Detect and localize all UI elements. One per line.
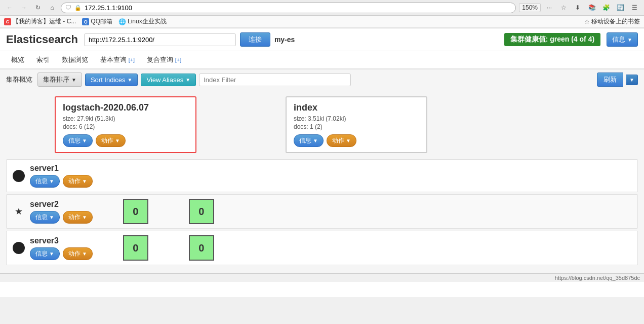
back-button[interactable]: ←: [4, 2, 15, 13]
sync-button[interactable]: 🔄: [615, 2, 626, 13]
main-content: logstach-2020.06.07 size: 27.9ki (51.3ki…: [0, 90, 644, 273]
tab-basic-query[interactable]: 基本查询 [+]: [95, 53, 140, 66]
extensions-button[interactable]: 🧩: [600, 2, 612, 13]
index-action-chevron-icon: ▼: [115, 138, 120, 143]
bookmark-linux[interactable]: 🌐 Linux企业实战: [118, 17, 167, 26]
bookmark-qq[interactable]: Q QQ邮箱: [82, 17, 112, 26]
server2-name: server2: [30, 200, 93, 209]
server3-info-button[interactable]: 信息 ▼: [30, 247, 60, 260]
tab-overview[interactable]: 概览: [6, 53, 29, 66]
view-aliases-label: View Aliases: [146, 76, 183, 84]
server2-action-button[interactable]: 动作 ▼: [63, 211, 93, 224]
bookmark-icon-blog: C: [4, 18, 11, 25]
server3-shard-2: 0: [189, 235, 214, 261]
server3-action-chevron-icon: ▼: [82, 251, 87, 257]
sort-indices-button[interactable]: Sort Indices ▼: [85, 74, 138, 86]
sort-cluster-label: 集群排序: [43, 75, 69, 84]
connect-button[interactable]: 连接: [240, 32, 270, 47]
app-header: Elasticsearch 连接 my-es 集群健康值: green (4 o…: [0, 28, 644, 51]
bookmark-icon-mobile: ☆: [584, 18, 590, 25]
tab-compound-query[interactable]: 复合查询 [+]: [142, 53, 186, 66]
index-info-button-index[interactable]: 信息 ▼: [294, 134, 324, 147]
more-button[interactable]: ···: [544, 2, 555, 13]
index-card-actions-logstach: 信息 ▼ 动作 ▼: [63, 134, 188, 147]
server3-shard-1: 0: [123, 235, 148, 261]
index-card-title-index: index: [294, 102, 419, 113]
info-label: 信息: [612, 35, 625, 44]
server1-action-button[interactable]: 动作 ▼: [63, 175, 93, 188]
status-bar: https://blog.csdn.net/qq_35d875dc: [0, 273, 644, 282]
server2-info-chevron-icon: ▼: [49, 214, 54, 220]
bookmark-label-mobile: 移动设备上的书签: [591, 17, 640, 26]
sort-indices-label: Sort Indices: [91, 76, 126, 84]
tab-index[interactable]: 索引: [31, 53, 55, 66]
bookmark-mobile[interactable]: ☆ 移动设备上的书签: [584, 17, 640, 26]
server-row-server1: server1 信息 ▼ 动作 ▼: [6, 159, 638, 192]
bookmark-button[interactable]: ☆: [558, 2, 569, 13]
index-card-size-index: size: 3.51ki (7.02ki): [294, 115, 419, 122]
server3-info-label: 信息: [35, 249, 48, 258]
refresh-button[interactable]: 刷新: [597, 73, 623, 87]
server3-action-label: 动作: [68, 249, 80, 258]
download-button[interactable]: ⬇: [572, 2, 583, 13]
sort-cluster-button[interactable]: 集群排序 ▼: [37, 73, 82, 87]
view-aliases-button[interactable]: View Aliases ▼: [141, 74, 196, 86]
index-info-chevron-icon: ▼: [82, 138, 87, 143]
server1-action-chevron-icon: ▼: [82, 178, 87, 184]
server2-info-label: 信息: [35, 213, 48, 222]
zoom-badge: 150%: [519, 3, 541, 12]
compound-query-plus: [+]: [175, 57, 182, 63]
index-info-chevron-icon-2: ▼: [313, 138, 318, 143]
browser-chrome: ← → ↻ ⌂ 🛡 🔒 150% ··· ☆ ⬇ 📚 🧩 🔄 ☰ C 【我的博客…: [0, 0, 644, 28]
tab-data-browse[interactable]: 数据浏览: [57, 53, 93, 66]
index-info-label-index: 信息: [299, 136, 311, 145]
app-container: Elasticsearch 连接 my-es 集群健康值: green (4 o…: [0, 28, 644, 297]
url-input[interactable]: [84, 33, 236, 46]
home-button[interactable]: ⌂: [47, 2, 58, 13]
bookmark-blog[interactable]: C 【我的博客】运维 - C...: [4, 17, 76, 26]
server2-action-label: 动作: [68, 213, 80, 222]
index-filter-input[interactable]: [199, 74, 351, 86]
server2-actions: 信息 ▼ 动作 ▼: [30, 211, 93, 224]
index-action-label-index: 动作: [332, 136, 344, 145]
index-action-button-logstach[interactable]: 动作 ▼: [96, 134, 126, 147]
server2-info-button[interactable]: 信息 ▼: [30, 211, 60, 224]
cluster-name: my-es: [274, 35, 295, 44]
server2-shard-2: 0: [189, 199, 214, 224]
index-action-chevron-icon-2: ▼: [346, 138, 351, 143]
history-button[interactable]: 📚: [586, 2, 597, 13]
server2-shard-1: 0: [123, 199, 148, 224]
refresh-split-button[interactable]: ▼: [626, 75, 638, 85]
address-input[interactable]: [85, 4, 511, 12]
server1-actions: 信息 ▼ 动作 ▼: [30, 175, 93, 188]
address-bar-container: 🛡 🔒: [61, 3, 516, 13]
bookmark-label-blog: 【我的博客】运维 - C...: [13, 17, 76, 26]
forward-button[interactable]: →: [18, 2, 29, 13]
info-button[interactable]: 信息 ▼: [607, 32, 638, 47]
browser-toolbar: ← → ↻ ⌂ 🛡 🔒 150% ··· ☆ ⬇ 📚 🧩 🔄 ☰: [0, 0, 644, 16]
server1-name: server1: [30, 164, 93, 173]
index-action-label-logstach: 动作: [101, 136, 113, 145]
server3-action-button[interactable]: 动作 ▼: [63, 247, 93, 260]
index-card-title-logstach: logstach-2020.06.07: [63, 102, 188, 113]
index-action-button-index[interactable]: 动作 ▼: [327, 134, 356, 147]
toolbar: 集群概览 集群排序 ▼ Sort Indices ▼ View Aliases …: [0, 69, 644, 90]
nav-tabs: 概览 索引 数据浏览 基本查询 [+] 复合查询 [+]: [0, 51, 644, 69]
bookmark-icon-linux: 🌐: [118, 18, 126, 25]
menu-button[interactable]: ☰: [629, 2, 640, 13]
cluster-overview-label: 集群概览: [6, 75, 32, 84]
health-badge: 集群健康值: green (4 of 4): [504, 33, 600, 46]
bookmark-icon-qq: Q: [82, 18, 89, 25]
server1-info-chevron-icon: ▼: [49, 178, 54, 184]
server2-info: server2 信息 ▼ 动作 ▼: [30, 200, 93, 224]
server2-icon: ★: [13, 205, 25, 218]
index-cards: logstach-2020.06.07 size: 27.9ki (51.3ki…: [6, 96, 638, 153]
index-card-actions-index: 信息 ▼ 动作 ▼: [294, 134, 419, 147]
reload-button[interactable]: ↻: [32, 2, 44, 13]
index-card-docs-logstach: docs: 6 (12): [63, 123, 188, 130]
bookmarks-bar: C 【我的博客】运维 - C... Q QQ邮箱 🌐 Linux企业实战 ☆ 移…: [0, 16, 644, 28]
index-info-button-logstach[interactable]: 信息 ▼: [63, 134, 93, 147]
server1-info-label: 信息: [35, 177, 48, 186]
server1-info-button[interactable]: 信息 ▼: [30, 175, 60, 188]
server3-icon: [13, 242, 25, 254]
